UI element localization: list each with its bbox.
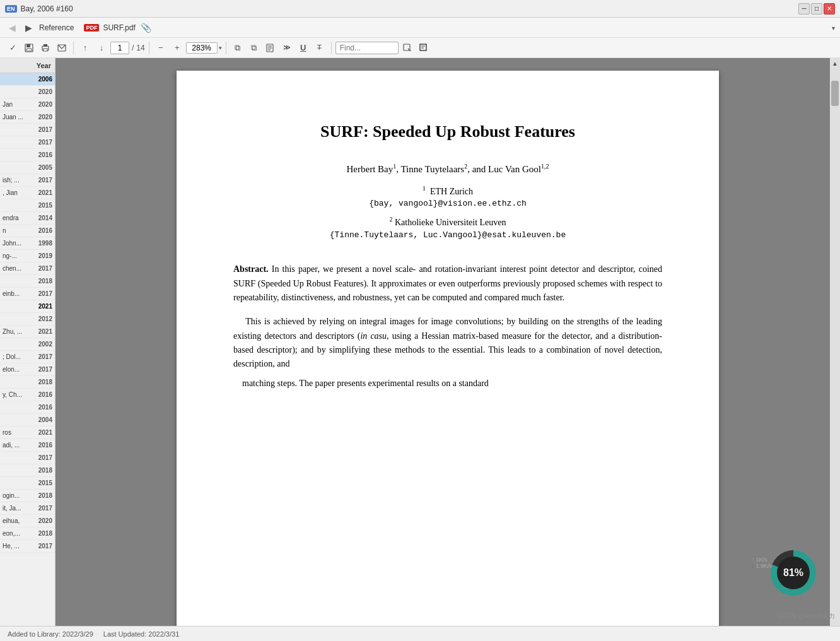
sidebar-item[interactable]: n2016: [0, 225, 55, 237]
sidebar-item-year: 2017: [35, 543, 52, 550]
sidebar-item-year: 2017: [35, 353, 52, 360]
sidebar-item-name: Juan ...: [3, 114, 32, 121]
toolbar-navigation: ◀ ▶ Reference PDF SURF.pdf 📎 ▾: [0, 18, 840, 38]
paper-body-para2: matching steps. The paper presents exper…: [233, 377, 662, 391]
sidebar-item-year: 2016: [35, 151, 52, 158]
sidebar-item[interactable]: elon...2017: [0, 363, 55, 376]
sidebar-item-name: elon...: [3, 366, 32, 373]
sidebar-item[interactable]: , Jian2021: [0, 187, 55, 199]
sidebar-item[interactable]: 2021: [0, 300, 55, 313]
find-prev-button[interactable]: [400, 40, 415, 56]
sidebar-item[interactable]: 2002: [0, 338, 55, 351]
highlight-button[interactable]: ≫: [279, 40, 295, 56]
toolbar1-right: ▾: [832, 23, 835, 32]
sidebar-item[interactable]: 2020: [0, 86, 55, 98]
svg-rect-13: [420, 44, 426, 50]
zoom-in-button[interactable]: +: [170, 40, 185, 56]
sidebar-item[interactable]: y, Ch...2016: [0, 389, 55, 401]
upload-arrow-icon: ↑: [752, 556, 755, 563]
app-icon: EN: [5, 5, 17, 13]
sidebar-item[interactable]: Juan ...2020: [0, 111, 55, 124]
sidebar-item[interactable]: adi, ...2016: [0, 439, 55, 452]
sidebar-item[interactable]: einb...2017: [0, 288, 55, 300]
find-next-button[interactable]: [416, 40, 431, 56]
note-button[interactable]: [263, 40, 278, 56]
sidebar-item[interactable]: He, ...2017: [0, 540, 55, 553]
zoom-value[interactable]: 283%: [186, 42, 218, 54]
sidebar-item[interactable]: ng-...2019: [0, 250, 55, 262]
sidebar-item[interactable]: 2006: [0, 73, 55, 86]
sidebar-item[interactable]: 2012: [0, 313, 55, 326]
zoom-out-button[interactable]: −: [153, 40, 168, 56]
minimize-button[interactable]: ─: [798, 3, 810, 15]
print-button[interactable]: [38, 40, 53, 56]
sidebar-item[interactable]: 2016: [0, 149, 55, 162]
zoom-dropdown-icon[interactable]: ▾: [219, 45, 222, 51]
page-number-input[interactable]: [110, 42, 129, 54]
paper-affil1-email: {bay, vangool}@vision.ee.ethz.ch: [233, 199, 662, 208]
copy-btn-1[interactable]: ⧉: [230, 40, 245, 56]
forward-button[interactable]: ▶: [21, 21, 35, 35]
sidebar-item[interactable]: ; Dol...2017: [0, 351, 55, 363]
sidebar-item[interactable]: 2004: [0, 414, 55, 426]
underline-button[interactable]: U: [296, 40, 311, 56]
sidebar-item[interactable]: chen...2017: [0, 262, 55, 275]
sidebar-item-year: 2005: [35, 164, 52, 171]
sidebar-item[interactable]: endra2014: [0, 212, 55, 225]
sidebar-item[interactable]: 2018: [0, 376, 55, 389]
svg-rect-5: [44, 49, 47, 51]
copy-btn-2[interactable]: ⧉: [247, 40, 262, 56]
page-down-button[interactable]: ↓: [94, 40, 109, 56]
sidebar-item[interactable]: 2015: [0, 477, 55, 490]
sidebar-item[interactable]: 2016: [0, 401, 55, 414]
sidebar-item[interactable]: 2017: [0, 136, 55, 149]
sidebar-item-name: ogin...: [3, 492, 32, 499]
sidebar-item-year: 2020: [35, 88, 52, 95]
sidebar-item[interactable]: 2005: [0, 162, 55, 174]
sidebar-item[interactable]: 2017: [0, 124, 55, 136]
sidebar-item[interactable]: ogin...2018: [0, 490, 55, 502]
attachment-icon[interactable]: 📎: [141, 23, 151, 33]
back-button[interactable]: ◀: [5, 21, 19, 35]
window-controls: ─ □ ✕: [798, 3, 835, 15]
dropdown-arrow-icon[interactable]: ▾: [832, 25, 835, 32]
toolbar-viewer: ✓ ↑ ↓ / 14 − + 283% ▾ ⧉ ⧉ ≫ U T̶: [0, 38, 840, 58]
scroll-up-btn[interactable]: ▲: [830, 58, 840, 68]
close-button[interactable]: ✕: [824, 3, 835, 15]
sidebar-item[interactable]: 2017: [0, 452, 55, 464]
sidebar-item[interactable]: Zhu, ...2021: [0, 326, 55, 338]
sidebar-item[interactable]: eihua,2020: [0, 515, 55, 527]
sidebar-item[interactable]: ros2021: [0, 426, 55, 439]
separator-1: [73, 42, 74, 54]
sidebar-item[interactable]: it, Ja...2017: [0, 502, 55, 515]
sidebar-item[interactable]: ish; ...2017: [0, 174, 55, 187]
sidebar-item[interactable]: Jan2020: [0, 98, 55, 111]
sidebar-item-year: 2019: [35, 252, 52, 259]
window-title: Bay, 2006 #160: [21, 4, 73, 13]
mail-button[interactable]: [54, 40, 69, 56]
sidebar-item-year: 2021: [35, 429, 52, 436]
scrollbar-thumb[interactable]: [831, 81, 839, 106]
sidebar-item-year: 2018: [35, 278, 52, 285]
find-input[interactable]: [335, 42, 399, 54]
maximize-button[interactable]: □: [811, 3, 822, 15]
sidebar-item[interactable]: John...1998: [0, 237, 55, 250]
sidebar-list[interactable]: 20062020Jan2020Juan ...20202017201720162…: [0, 73, 55, 626]
pdf-filename[interactable]: SURF.pdf: [103, 23, 135, 32]
sidebar-item[interactable]: eon,...2018: [0, 527, 55, 540]
sidebar-item-name: adi, ...: [3, 442, 32, 449]
paper-body-para1: This is achieved by relying on integral …: [233, 315, 662, 372]
check-button[interactable]: ✓: [5, 40, 20, 56]
title-bar-left: EN Bay, 2006 #160: [5, 4, 73, 13]
sidebar-item-name: chen...: [3, 265, 32, 272]
sidebar-item[interactable]: 2018: [0, 275, 55, 288]
sidebar-item[interactable]: 2015: [0, 199, 55, 212]
pdf-scroll[interactable]: SURF: Speeded Up Robust Features Herbert…: [55, 58, 840, 626]
page-up-button[interactable]: ↑: [78, 40, 93, 56]
pdf-scrollbar[interactable]: ▲: [830, 58, 840, 626]
sidebar-item[interactable]: 2018: [0, 464, 55, 477]
strikethrough-button[interactable]: T̶: [312, 40, 327, 56]
sidebar-item-name: John...: [3, 240, 32, 247]
sidebar-item-year: 2021: [35, 328, 52, 335]
save-button[interactable]: [21, 40, 37, 56]
